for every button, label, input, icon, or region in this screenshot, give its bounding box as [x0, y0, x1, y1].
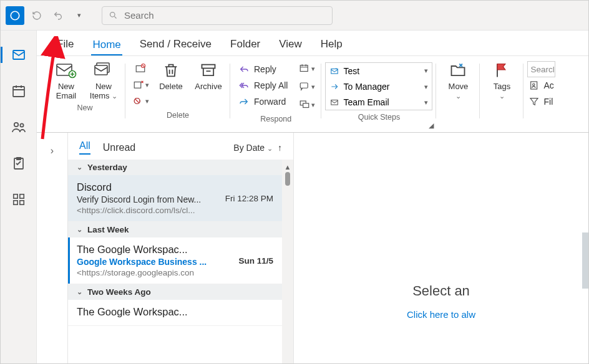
reading-pane: Select an Click here to alw	[294, 133, 588, 363]
mail-item[interactable]: The Google Workspac...	[68, 300, 282, 326]
more-respond-button[interactable]: ▾	[295, 97, 318, 112]
archive-button[interactable]: Archive	[190, 60, 226, 108]
chevron-down-icon: ⌄	[77, 226, 82, 234]
forward-icon	[238, 97, 250, 107]
reply-icon	[238, 64, 250, 74]
mail-item[interactable]: The Google Workspac... Google Workspace …	[68, 237, 282, 284]
junk-button[interactable]: ▾	[129, 93, 152, 108]
svg-rect-22	[301, 83, 308, 88]
filter-all[interactable]: All	[79, 140, 90, 155]
group-label-quicksteps: Quick Steps	[325, 110, 432, 123]
svg-rect-3	[13, 87, 24, 97]
svg-rect-20	[202, 65, 215, 69]
trash-icon	[160, 61, 182, 80]
chevron-right-icon: ›	[51, 145, 54, 363]
ribbon-group-quicksteps: Test ▾ To Manager ▾ Team Email ▾ Quic	[321, 60, 436, 132]
people-search[interactable]: Searcl	[527, 61, 555, 77]
ribbon-group-move: Move⌄	[436, 60, 480, 132]
tab-folder[interactable]: Folder	[229, 34, 261, 55]
svg-point-0	[11, 11, 19, 20]
reading-empty-link[interactable]: Click here to alw	[407, 309, 475, 320]
rail-people[interactable]	[9, 118, 28, 136]
svg-rect-29	[582, 232, 588, 289]
quickstep-to-manager[interactable]: To Manager ▾	[326, 79, 432, 94]
svg-rect-9	[13, 201, 17, 204]
quickstep-team-email[interactable]: Team Email ▾	[326, 94, 432, 110]
address-book-button[interactable]: Ac	[527, 77, 555, 93]
quicksteps-gallery[interactable]: Test ▾ To Manager ▾ Team Email ▾	[325, 62, 432, 110]
tab-home[interactable]: Home	[91, 35, 122, 55]
refresh-button[interactable]	[28, 7, 46, 24]
global-search[interactable]	[102, 6, 333, 25]
mail-preview: <https://storage.googleapis.con	[77, 268, 273, 277]
filter-email-button[interactable]: Fil	[527, 93, 555, 110]
scroll-up-icon[interactable]: ▲	[285, 163, 291, 171]
left-navigation-rail	[1, 31, 37, 363]
reply-button[interactable]: Reply	[234, 61, 291, 77]
qat-dropdown[interactable]: ▾	[71, 7, 88, 24]
svg-point-4	[14, 123, 17, 127]
ribbon-group-tags: Tags⌄	[480, 60, 523, 132]
svg-point-5	[20, 123, 23, 127]
ribbon-group-delete: ▾ ▾ Delete Archive	[125, 60, 230, 132]
im-button[interactable]: ▾	[295, 77, 318, 96]
svg-point-28	[533, 84, 535, 85]
mail-item[interactable]: Discord Verify Discord Login from New...…	[68, 175, 282, 222]
svg-rect-10	[19, 201, 23, 204]
tab-help[interactable]: Help	[319, 34, 344, 55]
move-folder-icon	[447, 61, 469, 80]
tab-send-receive[interactable]: Send / Receive	[139, 34, 213, 55]
svg-rect-26	[331, 100, 338, 105]
mail-from: Discord	[77, 181, 273, 193]
reply-all-button[interactable]: Reply All	[234, 77, 291, 93]
svg-rect-7	[13, 194, 17, 198]
meeting-button[interactable]: ▾	[295, 61, 318, 76]
group-label-delete: Delete	[129, 108, 226, 121]
ribbon-group-respond: Reply Reply All Forward ▾ ▾	[230, 60, 321, 132]
filter-unread[interactable]: Unread	[103, 142, 135, 153]
scroll-thumb[interactable]	[285, 172, 290, 186]
new-email-button[interactable]: New Email	[48, 60, 84, 101]
forward-button[interactable]: Forward	[234, 93, 291, 110]
flag-icon	[490, 61, 513, 80]
undo-button[interactable]	[49, 7, 67, 24]
sort-direction-toggle[interactable]: ↑	[278, 143, 282, 153]
rail-tasks[interactable]	[9, 154, 28, 173]
mail-time: Sun 11/5	[238, 256, 273, 266]
mail-time: Fri 12:28 PM	[225, 194, 273, 203]
reading-empty-title: Select an	[412, 283, 470, 299]
ignore-button[interactable]	[129, 61, 152, 76]
quickstep-test[interactable]: Test ▾	[326, 63, 432, 79]
reading-graphic-edge	[582, 232, 588, 289]
tab-file[interactable]: File	[56, 34, 75, 55]
archive-icon	[197, 61, 220, 80]
tags-button[interactable]: Tags⌄	[484, 60, 520, 101]
search-icon	[109, 11, 118, 20]
rail-calendar[interactable]	[9, 82, 28, 100]
sort-by-date[interactable]: By Date ⌄	[233, 143, 273, 153]
group-header-yesterday[interactable]: ⌄Yesterday	[68, 160, 282, 175]
svg-point-1	[110, 12, 115, 17]
global-search-input[interactable]	[124, 10, 326, 21]
svg-rect-24	[303, 103, 309, 108]
message-list: All Unread By Date ⌄ ↑ ⌄Yesterday Discor…	[68, 133, 294, 363]
quicksteps-launcher[interactable]: ◢	[429, 122, 434, 130]
message-list-scrollbar[interactable]: ▲	[282, 160, 293, 363]
cleanup-button[interactable]: ▾	[129, 77, 152, 92]
group-label-respond: Respond	[234, 112, 318, 125]
group-header-two-weeks[interactable]: ⌄Two Weeks Ago	[68, 284, 282, 300]
move-button[interactable]: Move⌄	[440, 60, 476, 101]
ribbon-group-find: Searcl Ac Fil	[523, 60, 559, 132]
rail-mail[interactable]	[9, 46, 28, 64]
svg-rect-21	[301, 65, 308, 72]
tab-view[interactable]: View	[278, 34, 303, 55]
chevron-down-icon: ⌄	[77, 163, 82, 171]
ribbon-group-new: New Email New Items ⌄ New	[37, 60, 125, 132]
address-book-icon	[528, 80, 540, 90]
new-items-button[interactable]: New Items ⌄	[85, 60, 122, 101]
group-header-last-week[interactable]: ⌄Last Week	[68, 222, 282, 237]
folder-pane-collapsed[interactable]: ›	[37, 133, 68, 363]
delete-button[interactable]: Delete	[153, 60, 189, 108]
rail-more-apps[interactable]	[9, 190, 28, 209]
funnel-icon	[528, 97, 540, 107]
